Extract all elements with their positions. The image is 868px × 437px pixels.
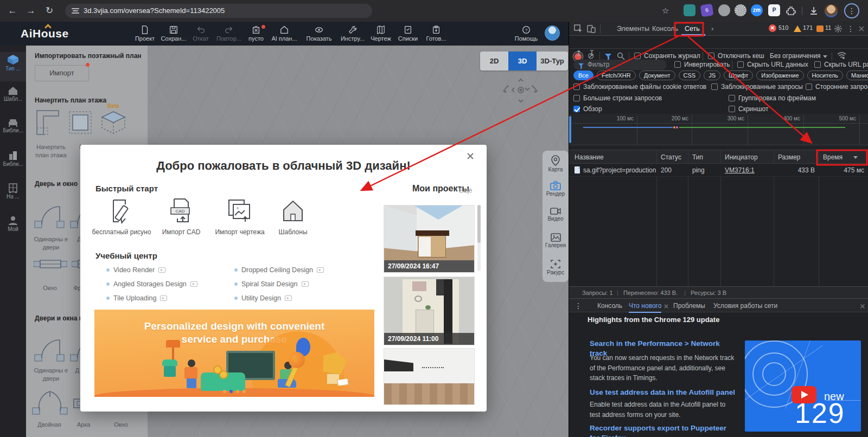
error-badge-icon[interactable]: ✕ bbox=[769, 24, 776, 32]
project-thumbnail-1[interactable]: 27/09/2024 16:47 bbox=[384, 205, 475, 273]
project-thumbnail-3[interactable] bbox=[384, 348, 475, 405]
overview-handle[interactable] bbox=[569, 116, 571, 143]
forward-icon[interactable]: → bbox=[24, 0, 38, 22]
sort-arrow-icon[interactable] bbox=[853, 156, 858, 159]
col-size[interactable]: Размер bbox=[778, 150, 800, 164]
tool-view-angle[interactable]: Ракурс bbox=[542, 259, 569, 275]
toolbar-ai-plan-button[interactable]: AI план... bbox=[268, 24, 301, 46]
learning-link[interactable]: Tile Uploading bbox=[106, 294, 167, 302]
browser-menu-icon[interactable]: ⋮ bbox=[844, 3, 859, 18]
col-name[interactable]: Название bbox=[575, 150, 604, 164]
site-info-icon[interactable] bbox=[72, 8, 79, 14]
extensions-puzzle-icon[interactable] bbox=[786, 5, 796, 16]
export-har-icon[interactable]: ↧ bbox=[589, 49, 595, 57]
tool-render[interactable]: Рендер bbox=[542, 181, 569, 197]
learning-link[interactable]: Utility Design bbox=[234, 294, 292, 302]
blocked-cookies-checkbox[interactable] bbox=[573, 83, 580, 90]
zoom-extension-icon[interactable]: zm bbox=[751, 4, 763, 16]
toolbar-tools-button[interactable]: Инстру... bbox=[336, 24, 369, 46]
globe-icon-2[interactable] bbox=[735, 4, 746, 16]
drawer-tab-console[interactable]: Консоль bbox=[597, 299, 622, 313]
extension-icon-2[interactable]: 6 bbox=[700, 4, 714, 17]
view-2d-button[interactable]: 2D bbox=[480, 52, 508, 70]
throttling-select[interactable]: Без ограничения bbox=[770, 52, 821, 60]
hide-data-urls-checkbox[interactable] bbox=[737, 61, 744, 68]
learning-link[interactable]: Video Render bbox=[106, 266, 165, 274]
toolbar-empty-button[interactable]: пусто bbox=[240, 24, 272, 46]
single-door-icon[interactable] bbox=[34, 198, 65, 229]
network-overview-timeline[interactable]: 100 мс 200 мс 300 мс 400 мс 500 мс bbox=[569, 114, 868, 145]
single-door-icon-3[interactable] bbox=[34, 332, 65, 362]
l-shape-room-icon[interactable] bbox=[35, 108, 61, 137]
chip-font[interactable]: Шрифт bbox=[724, 70, 753, 80]
request-row[interactable]: sa.gif?project=production 200 ping VM371… bbox=[569, 164, 868, 177]
rail-item-cabinet[interactable]: На ... bbox=[0, 181, 26, 210]
learning-link[interactable]: Angled Storages Design bbox=[106, 280, 197, 288]
hide-extension-urls-checkbox[interactable] bbox=[814, 61, 821, 68]
camera-compass[interactable] bbox=[499, 78, 541, 103]
chip-media[interactable]: Носитель bbox=[807, 70, 844, 80]
drawer-menu-icon[interactable]: ⋮ bbox=[575, 299, 582, 313]
double-door-icon[interactable] bbox=[31, 387, 68, 415]
whats-new-close-icon[interactable] bbox=[663, 304, 668, 309]
overview-checkbox[interactable] bbox=[573, 106, 580, 112]
chip-doc[interactable]: Документ bbox=[639, 70, 675, 80]
warning-badge-icon[interactable] bbox=[794, 25, 801, 32]
issues-badge-icon[interactable] bbox=[816, 25, 824, 32]
chrome-129-video-thumbnail[interactable]: new 129 bbox=[745, 340, 861, 432]
third-party-checkbox[interactable] bbox=[806, 83, 812, 90]
chip-img[interactable]: Изображение bbox=[756, 70, 803, 80]
reload-icon[interactable]: ↻ bbox=[42, 0, 56, 22]
big-request-rows-checkbox[interactable] bbox=[573, 95, 580, 101]
import-button[interactable]: Импорт bbox=[35, 65, 89, 81]
screenshot-checkbox[interactable] bbox=[729, 106, 735, 112]
address-bar[interactable]: 3d.3vjia.com/oversea?SchemeId=113422005 bbox=[65, 4, 372, 18]
more-tabs-chevron[interactable]: › bbox=[711, 22, 713, 36]
app-user-avatar[interactable] bbox=[545, 25, 560, 41]
toolbar-project-button[interactable]: Проект bbox=[129, 24, 161, 46]
issues-count[interactable]: 11 bbox=[825, 24, 831, 31]
drawer-tab-network-conditions[interactable]: Условия работы сети bbox=[713, 299, 777, 313]
network-conditions-icon[interactable] bbox=[837, 52, 846, 60]
toolbar-show-button[interactable]: Показать bbox=[303, 24, 335, 46]
devtools-tab-elements[interactable]: Элементы bbox=[617, 22, 649, 36]
back-icon[interactable]: ← bbox=[5, 0, 20, 22]
search-icon[interactable] bbox=[617, 52, 625, 60]
chip-all[interactable]: Все bbox=[573, 70, 593, 80]
devtools-tab-console[interactable]: Консоль bbox=[652, 22, 678, 36]
projects-more-link[interactable]: Еще bbox=[459, 187, 472, 194]
chip-manifest[interactable]: Манифест bbox=[846, 70, 868, 80]
whats-new-link-2[interactable]: Use test address data in the Autofill pa… bbox=[590, 388, 737, 397]
quick-free-drawing[interactable]: бесплатный рисуно bbox=[89, 198, 154, 236]
promo-banner[interactable]: Personalized design with convenient serv… bbox=[94, 310, 374, 397]
dropdown-arrow-icon[interactable] bbox=[823, 55, 827, 58]
drawer-tab-issues[interactable]: Проблемы bbox=[673, 299, 705, 313]
rail-item-library-building[interactable]: Библи... bbox=[0, 149, 26, 178]
device-toolbar-icon[interactable] bbox=[587, 24, 596, 33]
download-icon[interactable] bbox=[808, 5, 819, 16]
error-count[interactable]: 510 bbox=[778, 24, 788, 31]
rail-item-templates[interactable]: Шабл... bbox=[0, 83, 26, 113]
preserve-log-checkbox[interactable] bbox=[634, 53, 641, 59]
projects-scrollbar[interactable] bbox=[477, 205, 481, 271]
window-plan-icon[interactable] bbox=[34, 259, 67, 269]
tool-video[interactable]: Видео bbox=[542, 207, 569, 222]
whats-new-link-3[interactable]: Recorder supports export to Puppeteer fo… bbox=[590, 423, 737, 437]
rail-item-type[interactable]: Тип ... bbox=[0, 52, 26, 81]
settings-gear-icon[interactable] bbox=[834, 24, 843, 33]
drawer-close-icon[interactable] bbox=[860, 304, 865, 309]
filter-funnel-icon[interactable] bbox=[605, 54, 611, 57]
col-time[interactable]: Время bbox=[823, 150, 843, 164]
col-status[interactable]: Статус bbox=[661, 150, 681, 164]
learning-link[interactable]: Spiral Stair Design bbox=[234, 280, 309, 288]
quick-import-cad[interactable]: CAD Импорт CAD bbox=[149, 198, 214, 236]
devtools-menu-icon[interactable]: ⋮ bbox=[847, 22, 854, 36]
disable-cache-checkbox[interactable] bbox=[708, 53, 714, 59]
request-initiator-link[interactable]: VM3716:1 bbox=[725, 164, 755, 177]
chip-css[interactable]: CSS bbox=[679, 70, 701, 80]
rail-item-library-furniture[interactable]: Библи... bbox=[0, 116, 26, 145]
toolbar-help-button[interactable]: ? Помощь bbox=[510, 24, 542, 46]
devtools-close-icon[interactable] bbox=[858, 25, 864, 31]
globe-icon-1[interactable] bbox=[718, 4, 730, 16]
drawer-tab-whats-new[interactable]: Что нового bbox=[629, 299, 661, 313]
